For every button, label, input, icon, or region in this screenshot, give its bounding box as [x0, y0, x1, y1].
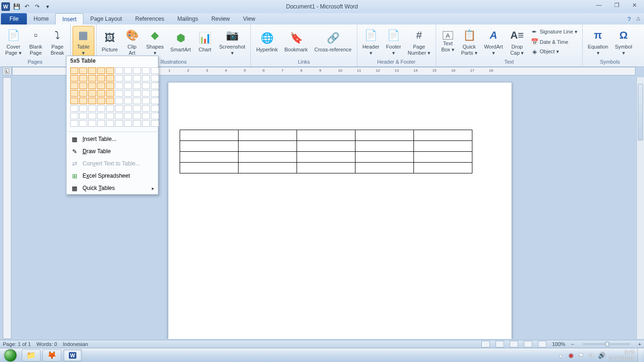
grid-cell[interactable] [124, 105, 132, 112]
grid-cell[interactable] [142, 67, 150, 74]
grid-cell[interactable] [88, 90, 96, 97]
grid-cell[interactable] [79, 67, 87, 74]
grid-cell[interactable] [115, 75, 123, 82]
grid-cell[interactable] [70, 90, 78, 97]
grid-cell[interactable] [124, 67, 132, 74]
grid-cell[interactable] [88, 120, 96, 127]
footer-button[interactable]: 📄Footer▾ [383, 26, 405, 58]
shapes-button[interactable]: ◆Shapes▾ [143, 26, 167, 58]
clipart-button[interactable]: 🎨ClipArt [121, 26, 143, 58]
grid-cell[interactable] [115, 67, 123, 74]
ribbon-collapse-icon[interactable]: △ [636, 16, 640, 21]
zoom-slider[interactable] [583, 343, 630, 345]
smartart-button[interactable]: ⬢SmartArt [167, 26, 194, 58]
date-time-button[interactable]: 📅Date & Time [530, 37, 578, 47]
table-size-grid[interactable] [66, 66, 158, 131]
grid-cell[interactable] [70, 98, 78, 104]
grid-cell[interactable] [151, 90, 159, 97]
grid-cell[interactable] [142, 75, 150, 82]
grid-cell[interactable] [151, 82, 159, 89]
view-draft[interactable] [538, 341, 546, 347]
draw-table-item[interactable]: ✎Draw Table [66, 145, 158, 157]
grid-cell[interactable] [151, 113, 159, 119]
vertical-ruler[interactable] [3, 77, 11, 339]
tray-clock[interactable]: 9:4521/08/2015 [609, 349, 635, 361]
wordart-button[interactable]: AWordArt▾ [481, 26, 506, 58]
qat-customize-icon[interactable]: ▾ [43, 2, 52, 11]
grid-cell[interactable] [88, 75, 96, 82]
grid-cell[interactable] [142, 90, 150, 97]
tab-review[interactable]: Review [205, 13, 236, 25]
grid-cell[interactable] [70, 67, 78, 74]
grid-cell[interactable] [115, 113, 123, 119]
grid-cell[interactable] [106, 105, 114, 112]
document-table[interactable] [180, 130, 472, 173]
grid-cell[interactable] [70, 82, 78, 89]
tab-insert[interactable]: Insert [55, 13, 83, 25]
tab-mailings[interactable]: Mailings [171, 13, 205, 25]
tab-home[interactable]: Home [27, 13, 55, 25]
help-icon[interactable]: ? [627, 16, 631, 23]
grid-cell[interactable] [142, 98, 150, 104]
tab-page-layout[interactable]: Page Layout [83, 13, 128, 25]
view-web[interactable] [510, 341, 518, 347]
grid-cell[interactable] [115, 90, 123, 97]
grid-cell[interactable] [88, 105, 96, 112]
grid-cell[interactable] [106, 67, 114, 74]
grid-cell[interactable] [124, 90, 132, 97]
zoom-level[interactable]: 100% [552, 341, 565, 347]
grid-cell[interactable] [106, 82, 114, 89]
grid-cell[interactable] [79, 82, 87, 89]
close-button[interactable]: ✕ [628, 1, 641, 9]
tray-network-icon[interactable]: ⧉ [588, 352, 595, 359]
minimize-button[interactable]: ― [592, 1, 605, 9]
equation-button[interactable]: πEquation▾ [585, 26, 611, 58]
cover-page-button[interactable]: 📄CoverPage ▾ [2, 26, 25, 58]
grid-cell[interactable] [88, 98, 96, 104]
tab-view[interactable]: View [237, 13, 262, 25]
taskbar-explorer[interactable]: 📁 [22, 349, 41, 362]
table-button[interactable]: ▦Table▾ [73, 26, 94, 58]
hyperlink-button[interactable]: 🌐Hyperlink [253, 26, 281, 58]
grid-cell[interactable] [88, 82, 96, 89]
grid-cell[interactable] [97, 105, 105, 112]
textbox-button[interactable]: ATextBox ▾ [438, 26, 458, 58]
crossref-button[interactable]: 🔗Cross-reference [311, 26, 355, 58]
grid-cell[interactable] [142, 113, 150, 119]
grid-cell[interactable] [106, 113, 114, 119]
quick-parts-button[interactable]: 📋QuickParts ▾ [458, 26, 481, 58]
grid-cell[interactable] [133, 75, 141, 82]
grid-cell[interactable] [142, 120, 150, 127]
grid-cell[interactable] [151, 98, 159, 104]
start-button[interactable] [0, 348, 21, 362]
grid-cell[interactable] [133, 105, 141, 112]
grid-cell[interactable] [70, 120, 78, 127]
zoom-out-button[interactable]: − [571, 341, 574, 347]
picture-button[interactable]: 🖼Picture [99, 26, 121, 58]
grid-cell[interactable] [115, 120, 123, 127]
grid-cell[interactable] [115, 105, 123, 112]
status-words[interactable]: Words: 0 [36, 341, 57, 347]
grid-cell[interactable] [79, 105, 87, 112]
grid-cell[interactable] [133, 113, 141, 119]
status-language[interactable]: Indonesian [63, 341, 88, 347]
taskbar-firefox[interactable]: 🦊 [42, 349, 61, 362]
header-button[interactable]: 📄Header▾ [359, 26, 383, 58]
grid-cell[interactable] [151, 67, 159, 74]
page-break-button[interactable]: ⤵PageBreak [47, 26, 68, 58]
screenshot-button[interactable]: 📷Screenshot▾ [216, 26, 249, 58]
chart-button[interactable]: 📊Chart [194, 26, 216, 58]
grid-cell[interactable] [97, 82, 105, 89]
grid-cell[interactable] [79, 120, 87, 127]
grid-cell[interactable] [79, 98, 87, 104]
grid-cell[interactable] [70, 113, 78, 119]
grid-cell[interactable] [133, 90, 141, 97]
grid-cell[interactable] [124, 82, 132, 89]
grid-cell[interactable] [133, 98, 141, 104]
grid-cell[interactable] [133, 82, 141, 89]
status-page[interactable]: Page: 1 of 1 [3, 341, 31, 347]
grid-cell[interactable] [106, 75, 114, 82]
ruler-corner[interactable]: L [3, 67, 11, 75]
grid-cell[interactable] [88, 67, 96, 74]
grid-cell[interactable] [97, 120, 105, 127]
